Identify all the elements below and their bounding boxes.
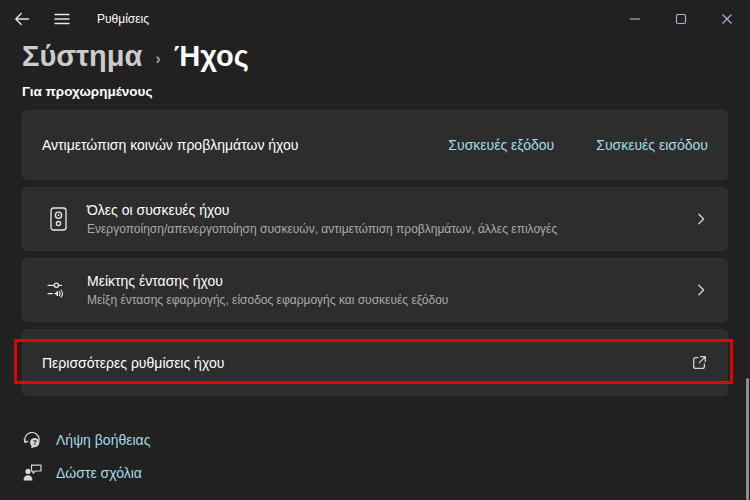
input-devices-link[interactable]: Συσκευές εισόδου — [596, 137, 708, 153]
maximize-button[interactable] — [658, 0, 704, 38]
back-arrow-icon — [14, 11, 30, 27]
all-sound-devices-title: Όλες οι συσκευές ήχου — [87, 202, 680, 218]
close-button[interactable] — [704, 0, 750, 38]
more-sound-settings-card[interactable]: Περισσότερες ρυθμίσεις ήχου — [22, 329, 728, 396]
navigation-menu-button[interactable] — [42, 2, 82, 36]
scrollbar-thumb[interactable] — [746, 378, 749, 500]
svg-text:?: ? — [32, 438, 37, 447]
speaker-device-icon — [50, 207, 67, 231]
breadcrumb: Σύστημα › Ήχος — [22, 40, 249, 73]
get-help-icon: ? — [22, 429, 43, 450]
minimize-icon — [629, 13, 641, 25]
get-help-link[interactable]: ? Λήψη βοήθειας — [22, 429, 150, 450]
give-feedback-label: Δώστε σχόλια — [56, 465, 142, 481]
maximize-icon — [675, 13, 687, 25]
give-feedback-link[interactable]: Δώστε σχόλια — [22, 462, 142, 483]
breadcrumb-system[interactable]: Σύστημα — [22, 40, 142, 73]
settings-window: Ρυθμίσεις Σύστημα › Ήχος Για προχωρημένο… — [0, 0, 750, 500]
all-sound-devices-subtitle: Ενεργοποίηση/απενεργοποίηση συσκευών, αν… — [87, 222, 680, 236]
minimize-button[interactable] — [612, 0, 658, 38]
hamburger-icon — [54, 12, 70, 26]
volume-mixer-subtitle: Μείξη έντασης εφαρμογής, είσοδος εφαρμογ… — [87, 293, 680, 307]
page-title: Ήχος — [174, 40, 249, 73]
close-icon — [721, 13, 733, 25]
more-sound-settings-title: Περισσότερες ρυθμίσεις ήχου — [42, 355, 224, 371]
troubleshoot-card: Αντιμετώπιση κοινών προβλημάτων ήχου Συσ… — [22, 110, 728, 180]
all-sound-devices-card[interactable]: Όλες οι συσκευές ήχου Ενεργοποίηση/απενε… — [22, 187, 728, 251]
titlebar: Ρυθμίσεις — [0, 0, 750, 38]
section-label-advanced: Για προχωρημένους — [22, 84, 152, 99]
app-title: Ρυθμίσεις — [97, 12, 149, 26]
chevron-right-icon — [694, 283, 708, 297]
volume-mixer-card[interactable]: Μείκτης έντασης ήχου Μείξη έντασης εφαρμ… — [22, 258, 728, 322]
get-help-label: Λήψη βοήθειας — [56, 432, 150, 448]
chevron-right-icon — [694, 212, 708, 226]
volume-mixer-icon — [47, 281, 69, 299]
breadcrumb-chevron-icon: › — [155, 49, 161, 69]
external-link-icon — [691, 354, 708, 371]
troubleshoot-title: Αντιμετώπιση κοινών προβλημάτων ήχου — [42, 137, 299, 153]
window-controls — [612, 0, 750, 38]
back-button[interactable] — [2, 2, 42, 36]
output-devices-link[interactable]: Συσκευές εξόδου — [448, 137, 554, 153]
feedback-icon — [22, 462, 43, 483]
volume-mixer-title: Μείκτης έντασης ήχου — [87, 273, 680, 289]
